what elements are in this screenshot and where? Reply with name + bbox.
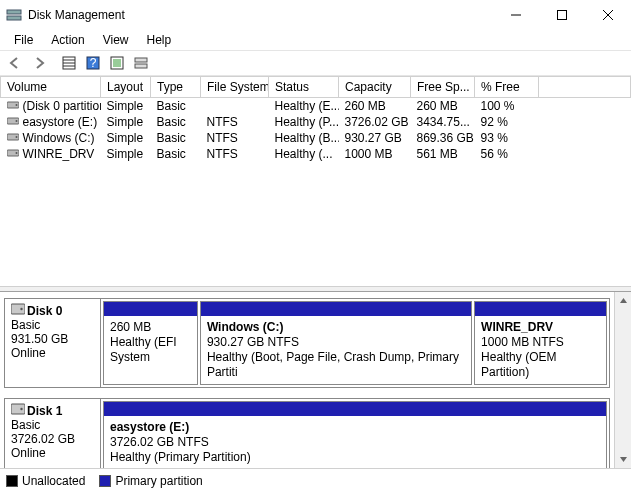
table-row[interactable]: Windows (C:)SimpleBasicNTFSHealthy (B...… xyxy=(1,130,631,146)
table-cell xyxy=(539,130,631,146)
disk-kind: Basic xyxy=(11,418,94,432)
back-button[interactable] xyxy=(4,52,26,74)
table-cell: NTFS xyxy=(201,130,269,146)
legend: UnallocatedPrimary partition xyxy=(0,468,631,492)
table-cell: Basic xyxy=(151,146,201,162)
table-cell: Healthy (P... xyxy=(269,114,339,130)
volume-icon xyxy=(7,147,19,161)
menu-file[interactable]: File xyxy=(6,31,41,49)
svg-rect-1 xyxy=(7,16,21,20)
disk-header[interactable]: Disk 0Basic931.50 GBOnline xyxy=(5,299,101,387)
column-header-filler xyxy=(539,77,631,98)
column-header[interactable]: Type xyxy=(151,77,201,98)
table-header-row: VolumeLayoutTypeFile SystemStatusCapacit… xyxy=(1,77,631,98)
table-cell: Basic xyxy=(151,114,201,130)
column-header[interactable]: Status xyxy=(269,77,339,98)
disk-kind: Basic xyxy=(11,318,94,332)
legend-item: Unallocated xyxy=(6,474,85,488)
table-cell: NTFS xyxy=(201,146,269,162)
svg-point-25 xyxy=(20,308,22,310)
menu-help[interactable]: Help xyxy=(139,31,180,49)
disk-partitions: easystore (E:)3726.02 GB NTFSHealthy (Pr… xyxy=(101,399,609,468)
partition-status: Healthy (EFI System xyxy=(110,335,191,365)
svg-point-21 xyxy=(15,136,17,138)
partition[interactable]: Windows (C:)930.27 GB NTFSHealthy (Boot,… xyxy=(200,301,472,385)
show-hide-button[interactable] xyxy=(58,52,80,74)
menu-view[interactable]: View xyxy=(95,31,137,49)
disk-size: 3726.02 GB xyxy=(11,432,94,446)
table-cell: NTFS xyxy=(201,114,269,130)
scroll-up-arrow[interactable] xyxy=(615,292,631,309)
partition-size: 930.27 GB NTFS xyxy=(207,335,465,350)
partition[interactable]: WINRE_DRV1000 MB NTFSHealthy (OEM Partit… xyxy=(474,301,607,385)
refresh-button[interactable] xyxy=(106,52,128,74)
disk-icon xyxy=(11,403,25,418)
table-row[interactable]: WINRE_DRVSimpleBasicNTFSHealthy (...1000… xyxy=(1,146,631,162)
titlebar: Disk Management xyxy=(0,0,631,30)
scroll-down-arrow[interactable] xyxy=(615,451,631,468)
partition-status: Healthy (OEM Partition) xyxy=(481,350,600,380)
volume-icon xyxy=(7,131,19,145)
svg-text:?: ? xyxy=(90,56,97,70)
svg-rect-24 xyxy=(11,304,25,314)
column-header[interactable]: File System xyxy=(201,77,269,98)
partition-stripe xyxy=(201,302,471,316)
table-cell: 1000 MB xyxy=(339,146,411,162)
svg-rect-14 xyxy=(135,58,147,62)
svg-point-19 xyxy=(15,120,17,122)
svg-point-23 xyxy=(15,152,17,154)
forward-button[interactable] xyxy=(28,52,50,74)
volume-table: VolumeLayoutTypeFile SystemStatusCapacit… xyxy=(0,76,631,286)
table-cell xyxy=(539,98,631,115)
disk-graphical-view: Disk 0Basic931.50 GBOnline260 MBHealthy … xyxy=(0,292,631,468)
disk-header[interactable]: Disk 1Basic3726.02 GBOnline xyxy=(5,399,101,468)
partition-title: WINRE_DRV xyxy=(481,320,600,335)
partition-stripe xyxy=(104,402,606,416)
partition-stripe xyxy=(104,302,197,316)
disk-name: Disk 1 xyxy=(27,404,62,418)
table-cell: Healthy (E... xyxy=(269,98,339,115)
legend-label: Unallocated xyxy=(22,474,85,488)
column-header[interactable]: Layout xyxy=(101,77,151,98)
app-icon xyxy=(6,7,22,23)
menu-action[interactable]: Action xyxy=(43,31,92,49)
disk-name: Disk 0 xyxy=(27,304,62,318)
partition-size: 1000 MB NTFS xyxy=(481,335,600,350)
partition[interactable]: 260 MBHealthy (EFI System xyxy=(103,301,198,385)
table-cell: 930.27 GB xyxy=(339,130,411,146)
table-cell: Windows (C:) xyxy=(1,130,101,146)
help-button[interactable]: ? xyxy=(82,52,104,74)
close-button[interactable] xyxy=(585,0,631,30)
column-header[interactable]: Capacity xyxy=(339,77,411,98)
column-header[interactable]: Free Sp... xyxy=(411,77,475,98)
vertical-scrollbar[interactable] xyxy=(614,292,631,468)
table-row[interactable]: easystore (E:)SimpleBasicNTFSHealthy (P.… xyxy=(1,114,631,130)
disk-row: Disk 1Basic3726.02 GBOnlineeasystore (E:… xyxy=(4,398,610,468)
maximize-button[interactable] xyxy=(539,0,585,30)
partition[interactable]: easystore (E:)3726.02 GB NTFSHealthy (Pr… xyxy=(103,401,607,468)
disk-icon xyxy=(11,303,25,318)
table-cell: Healthy (... xyxy=(269,146,339,162)
table-cell: Simple xyxy=(101,130,151,146)
legend-label: Primary partition xyxy=(115,474,202,488)
table-cell xyxy=(201,98,269,115)
table-cell: 56 % xyxy=(475,146,539,162)
minimize-button[interactable] xyxy=(493,0,539,30)
table-cell: WINRE_DRV xyxy=(1,146,101,162)
legend-swatch xyxy=(6,475,18,487)
table-cell: Basic xyxy=(151,130,201,146)
disk-state: Online xyxy=(11,446,94,460)
partition-title: easystore (E:) xyxy=(110,420,600,435)
table-row[interactable]: (Disk 0 partition 1)SimpleBasicHealthy (… xyxy=(1,98,631,115)
column-header[interactable]: % Free xyxy=(475,77,539,98)
column-header[interactable]: Volume xyxy=(1,77,101,98)
disk-size: 931.50 GB xyxy=(11,332,94,346)
partition-status: Healthy (Primary Partition) xyxy=(110,450,600,465)
menubar: File Action View Help xyxy=(0,30,631,50)
table-cell: 260 MB xyxy=(339,98,411,115)
disk-list-button[interactable] xyxy=(130,52,152,74)
window-title: Disk Management xyxy=(28,8,493,22)
table-cell: 100 % xyxy=(475,98,539,115)
svg-rect-3 xyxy=(558,11,567,20)
table-cell: 3434.75... xyxy=(411,114,475,130)
